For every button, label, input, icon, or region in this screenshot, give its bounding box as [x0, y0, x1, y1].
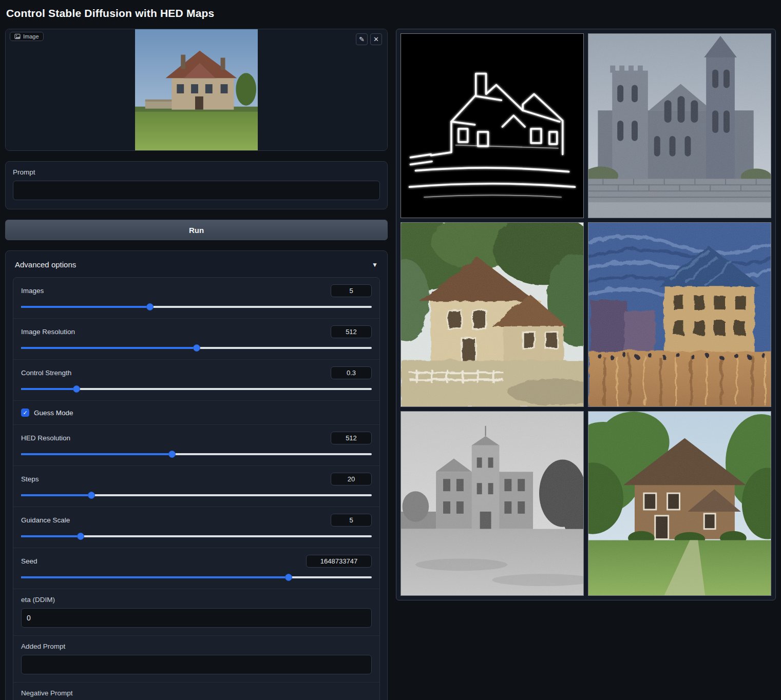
check-icon: ✓ [23, 410, 27, 416]
image-input-label: Image [23, 33, 39, 40]
slider-thumb[interactable] [73, 385, 80, 393]
eta-option-row: eta (DDIM) [13, 589, 379, 636]
output-gallery [396, 29, 776, 600]
run-button[interactable]: Run [5, 220, 388, 240]
image-resolution-option-row: Image Resolution 512 [13, 319, 379, 360]
guidance-scale-label: Guidance Scale [21, 516, 70, 524]
chevron-down-icon: ▼ [372, 261, 378, 268]
hed-resolution-label: HED Resolution [21, 434, 70, 442]
prompt-label: Prompt [13, 168, 380, 176]
negative-prompt-row: Negative Prompt [13, 683, 379, 700]
hed-resolution-slider[interactable] [21, 451, 372, 458]
control-strength-value-box[interactable]: 0.3 [331, 366, 372, 379]
gallery-item-painted-cottage[interactable] [401, 222, 584, 407]
advanced-options-body: Images 5 Image Resolution 512 [13, 277, 380, 700]
slider-thumb[interactable] [168, 451, 176, 458]
hed-resolution-value-box[interactable]: 512 [331, 432, 372, 444]
main-layout: Image ✎ ✕ [5, 29, 776, 700]
prompt-panel: Prompt [5, 161, 388, 209]
images-option-row: Images 5 [13, 278, 379, 319]
guidance-scale-option-row: Guidance Scale 5 [13, 507, 379, 548]
guidance-scale-slider[interactable] [21, 533, 372, 540]
hed-edge-map-image [401, 34, 583, 218]
image-resolution-value-box[interactable]: 512 [331, 325, 372, 338]
steps-value-box[interactable]: 20 [331, 473, 372, 485]
gallery-item-cathedral[interactable] [588, 33, 771, 218]
gallery-item-grayscale-building[interactable] [401, 411, 584, 596]
image-actions: ✎ ✕ [356, 33, 382, 45]
controls-column: Image ✎ ✕ [5, 29, 388, 700]
guess-mode-row: ✓ Guess Mode [13, 401, 379, 425]
steps-option-row: Steps 20 [13, 466, 379, 507]
image-icon [14, 33, 21, 40]
added-prompt-row: Added Prompt [13, 636, 379, 683]
gallery-item-stylized-house[interactable] [588, 222, 771, 407]
guess-mode-checkbox[interactable]: ✓ [21, 409, 29, 417]
seed-option-row: Seed 1648733747 [13, 548, 379, 589]
eta-label: eta (DDIM) [21, 596, 372, 604]
pencil-icon: ✎ [359, 36, 365, 43]
steps-slider[interactable] [21, 492, 372, 499]
steps-label: Steps [21, 475, 39, 483]
grayscale-building-image [401, 412, 583, 595]
advanced-options-header[interactable]: Advanced options ▼ [13, 258, 380, 277]
uploaded-house-photo [135, 29, 258, 150]
seed-slider[interactable] [21, 574, 372, 581]
app: Control Stable Diffusion with HED Maps I… [0, 0, 781, 700]
slider-thumb[interactable] [285, 574, 292, 581]
negative-prompt-label: Negative Prompt [21, 689, 372, 697]
added-prompt-input[interactable] [21, 655, 372, 674]
seed-label: Seed [21, 557, 37, 565]
close-icon: ✕ [373, 36, 379, 43]
advanced-options-panel: Advanced options ▼ Images 5 [5, 250, 388, 700]
image-input-label-chip: Image [10, 32, 44, 41]
output-column [396, 29, 776, 600]
slider-thumb[interactable] [88, 492, 95, 499]
advanced-options-title: Advanced options [15, 260, 76, 269]
gallery-item-hed-map[interactable] [401, 33, 584, 218]
stylized-house-image [588, 223, 771, 406]
image-resolution-slider[interactable] [21, 344, 372, 352]
images-label: Images [21, 287, 44, 295]
image-resolution-label: Image Resolution [21, 328, 75, 336]
eta-input[interactable] [21, 608, 372, 628]
hed-resolution-option-row: HED Resolution 512 [13, 425, 379, 466]
slider-thumb[interactable] [77, 533, 84, 540]
control-strength-option-row: Control Strength 0.3 [13, 360, 379, 401]
painted-cottage-image [401, 223, 583, 406]
prompt-input[interactable] [13, 181, 380, 200]
slider-thumb[interactable] [193, 344, 200, 352]
edit-image-button[interactable]: ✎ [356, 33, 368, 45]
image-input-panel: Image ✎ ✕ [5, 29, 388, 151]
guess-mode-label: Guess Mode [34, 409, 73, 417]
seed-value-box[interactable]: 1648733747 [306, 555, 372, 568]
slider-thumb[interactable] [146, 303, 154, 310]
control-strength-slider[interactable] [21, 385, 372, 393]
added-prompt-label: Added Prompt [21, 643, 372, 650]
uploaded-image[interactable] [6, 29, 387, 150]
house-with-lawn-image [588, 412, 771, 595]
images-value-box[interactable]: 5 [331, 284, 372, 297]
gallery-item-house-with-lawn[interactable] [588, 411, 771, 596]
images-slider[interactable] [21, 303, 372, 310]
page-title: Control Stable Diffusion with HED Maps [6, 7, 776, 20]
control-strength-label: Control Strength [21, 369, 71, 377]
cathedral-image [588, 34, 771, 218]
clear-image-button[interactable]: ✕ [370, 33, 382, 45]
guidance-scale-value-box[interactable]: 5 [331, 514, 372, 527]
